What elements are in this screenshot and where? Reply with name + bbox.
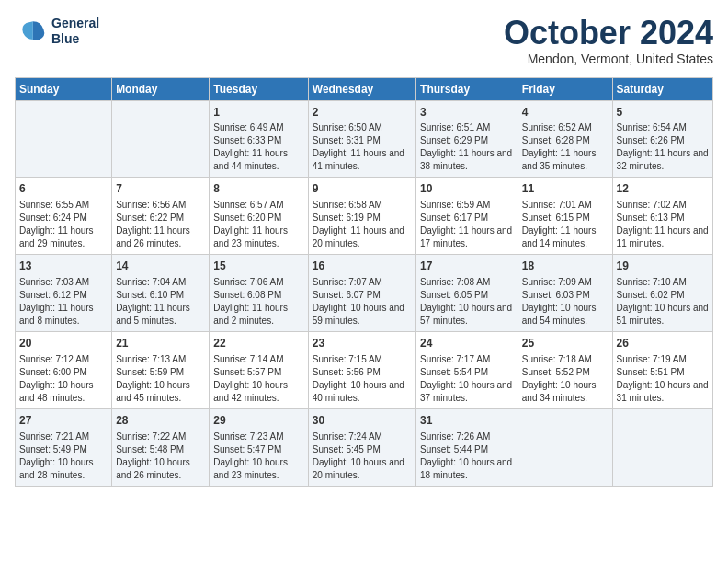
day-number: 29 [213, 413, 303, 429]
day-number: 17 [420, 259, 514, 274]
day-info: Sunrise: 7:01 AM [522, 199, 609, 212]
day-number: 8 [213, 181, 303, 197]
day-info: Daylight: 11 hours and 17 minutes. [420, 224, 514, 250]
day-number: 20 [19, 336, 108, 351]
day-info: Daylight: 10 hours and 37 minutes. [420, 379, 514, 405]
day-info: Sunset: 6:07 PM [313, 289, 412, 302]
day-info: Sunset: 6:33 PM [213, 134, 303, 147]
day-info: Sunrise: 7:13 AM [116, 353, 205, 366]
logo: General Blue [15, 15, 99, 48]
day-number: 2 [313, 105, 412, 121]
day-info: Daylight: 11 hours and 5 minutes. [116, 302, 205, 327]
day-number: 4 [522, 105, 609, 121]
day-info: Daylight: 10 hours and 31 minutes. [617, 379, 709, 405]
day-info: Daylight: 11 hours and 44 minutes. [213, 147, 303, 173]
day-info: Sunrise: 6:57 AM [213, 199, 303, 212]
day-info: Sunrise: 7:03 AM [19, 276, 108, 289]
day-info: Sunrise: 7:23 AM [213, 431, 303, 443]
day-info: Daylight: 10 hours and 51 minutes. [617, 302, 709, 327]
day-info: Sunrise: 7:24 AM [313, 431, 412, 443]
weekday-header: Monday [112, 77, 210, 100]
calendar-table: SundayMondayTuesdayWednesdayThursdayFrid… [15, 77, 713, 487]
day-info: Sunset: 6:24 PM [19, 212, 108, 224]
day-info: Sunset: 5:52 PM [522, 366, 609, 379]
calendar-cell: 16Sunrise: 7:07 AMSunset: 6:07 PMDayligh… [308, 255, 415, 332]
calendar-cell: 9Sunrise: 6:58 AMSunset: 6:19 PMDaylight… [308, 178, 415, 255]
calendar-week-row: 20Sunrise: 7:12 AMSunset: 6:00 PMDayligh… [16, 331, 713, 408]
day-info: Daylight: 10 hours and 34 minutes. [522, 379, 609, 405]
day-info: Sunrise: 6:58 AM [313, 199, 412, 212]
day-number: 3 [420, 105, 514, 121]
day-info: Sunrise: 6:59 AM [420, 199, 514, 212]
day-info: Daylight: 11 hours and 26 minutes. [116, 224, 205, 250]
calendar-body: 1Sunrise: 6:49 AMSunset: 6:33 PMDaylight… [16, 100, 713, 486]
day-info: Daylight: 11 hours and 11 minutes. [617, 224, 709, 250]
day-info: Sunset: 6:05 PM [420, 289, 514, 302]
day-info: Sunset: 6:08 PM [213, 289, 303, 302]
calendar-cell: 26Sunrise: 7:19 AMSunset: 5:51 PMDayligh… [612, 331, 712, 408]
day-number: 24 [420, 336, 514, 351]
day-info: Sunrise: 7:26 AM [420, 431, 514, 443]
calendar-cell: 18Sunrise: 7:09 AMSunset: 6:03 PMDayligh… [518, 255, 612, 332]
day-info: Sunset: 5:57 PM [213, 366, 303, 379]
day-info: Daylight: 10 hours and 20 minutes. [313, 456, 412, 482]
day-number: 11 [522, 181, 609, 197]
day-info: Sunset: 5:47 PM [213, 443, 303, 456]
day-info: Daylight: 10 hours and 26 minutes. [116, 456, 205, 482]
day-number: 12 [617, 181, 709, 197]
day-info: Daylight: 11 hours and 2 minutes. [213, 302, 303, 327]
day-info: Sunrise: 7:04 AM [116, 276, 205, 289]
day-info: Sunrise: 7:08 AM [420, 276, 514, 289]
day-info: Sunrise: 7:10 AM [617, 276, 709, 289]
calendar-cell: 14Sunrise: 7:04 AMSunset: 6:10 PMDayligh… [112, 255, 210, 332]
day-info: Daylight: 10 hours and 57 minutes. [420, 302, 514, 327]
calendar-cell: 28Sunrise: 7:22 AMSunset: 5:48 PMDayligh… [112, 408, 210, 486]
calendar-cell [612, 408, 712, 486]
calendar-cell: 5Sunrise: 6:54 AMSunset: 6:26 PMDaylight… [612, 100, 712, 178]
day-info: Sunset: 5:54 PM [420, 366, 514, 379]
calendar-cell [112, 100, 210, 178]
day-number: 27 [19, 413, 108, 429]
location: Mendon, Vermont, United States [504, 52, 713, 66]
calendar-cell: 23Sunrise: 7:15 AMSunset: 5:56 PMDayligh… [308, 331, 415, 408]
day-info: Sunset: 6:20 PM [213, 212, 303, 224]
day-info: Sunrise: 6:51 AM [420, 121, 514, 134]
day-info: Sunrise: 7:17 AM [420, 353, 514, 366]
day-number: 13 [19, 259, 108, 274]
day-info: Sunrise: 7:02 AM [617, 199, 709, 212]
calendar-cell: 3Sunrise: 6:51 AMSunset: 6:29 PMDaylight… [416, 100, 518, 178]
day-number: 18 [522, 259, 609, 274]
day-info: Sunrise: 6:49 AM [213, 121, 303, 134]
calendar-header: SundayMondayTuesdayWednesdayThursdayFrid… [16, 77, 713, 100]
calendar-cell: 12Sunrise: 7:02 AMSunset: 6:13 PMDayligh… [612, 178, 712, 255]
day-info: Daylight: 11 hours and 23 minutes. [213, 224, 303, 250]
day-info: Sunset: 6:26 PM [617, 134, 709, 147]
weekday-header: Saturday [612, 77, 712, 100]
day-number: 16 [313, 259, 412, 274]
calendar-cell: 27Sunrise: 7:21 AMSunset: 5:49 PMDayligh… [16, 408, 112, 486]
calendar-cell: 11Sunrise: 7:01 AMSunset: 6:15 PMDayligh… [518, 178, 612, 255]
logo-text: General Blue [51, 16, 99, 47]
calendar-week-row: 27Sunrise: 7:21 AMSunset: 5:49 PMDayligh… [16, 408, 713, 486]
day-info: Sunset: 5:51 PM [617, 366, 709, 379]
day-info: Daylight: 11 hours and 38 minutes. [420, 147, 514, 173]
calendar-cell: 24Sunrise: 7:17 AMSunset: 5:54 PMDayligh… [416, 331, 518, 408]
day-info: Daylight: 11 hours and 35 minutes. [522, 147, 609, 173]
calendar-cell: 21Sunrise: 7:13 AMSunset: 5:59 PMDayligh… [112, 331, 210, 408]
day-info: Sunrise: 7:06 AM [213, 276, 303, 289]
day-info: Daylight: 10 hours and 18 minutes. [420, 456, 514, 482]
day-number: 21 [116, 336, 205, 351]
day-info: Sunset: 5:56 PM [313, 366, 412, 379]
calendar-cell: 8Sunrise: 6:57 AMSunset: 6:20 PMDaylight… [210, 178, 308, 255]
calendar-cell: 17Sunrise: 7:08 AMSunset: 6:05 PMDayligh… [416, 255, 518, 332]
day-number: 28 [116, 413, 205, 429]
weekday-header: Sunday [16, 77, 112, 100]
day-info: Daylight: 11 hours and 29 minutes. [19, 224, 108, 250]
day-info: Daylight: 10 hours and 40 minutes. [313, 379, 412, 405]
day-info: Sunrise: 7:19 AM [617, 353, 709, 366]
calendar-cell: 6Sunrise: 6:55 AMSunset: 6:24 PMDaylight… [16, 178, 112, 255]
logo-line2: Blue [51, 31, 99, 47]
calendar-cell: 10Sunrise: 6:59 AMSunset: 6:17 PMDayligh… [416, 178, 518, 255]
header-row: SundayMondayTuesdayWednesdayThursdayFrid… [16, 77, 713, 100]
calendar-cell: 2Sunrise: 6:50 AMSunset: 6:31 PMDaylight… [308, 100, 415, 178]
